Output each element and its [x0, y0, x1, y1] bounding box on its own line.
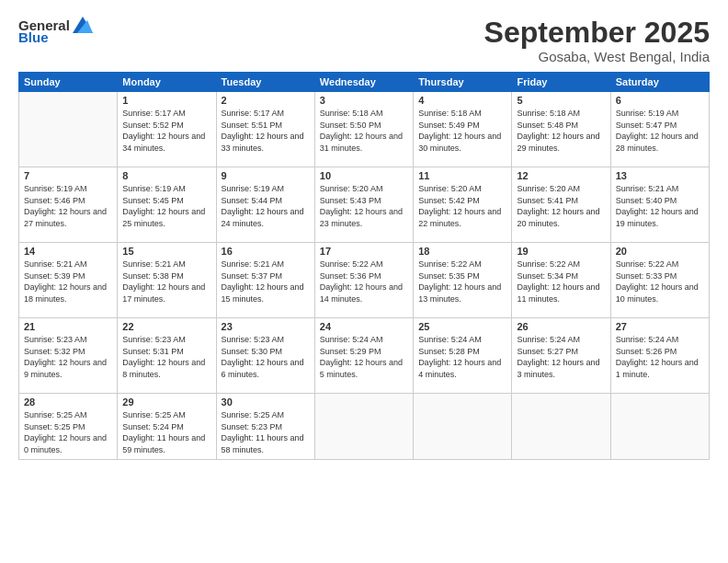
table-row: 19Sunrise: 5:22 AM Sunset: 5:34 PM Dayli…	[512, 243, 610, 318]
day-number: 5	[517, 95, 605, 106]
table-row: 7Sunrise: 5:19 AM Sunset: 5:46 PM Daylig…	[19, 167, 118, 243]
table-row: 24Sunrise: 5:24 AM Sunset: 5:29 PM Dayli…	[314, 318, 413, 394]
cell-info: Sunrise: 5:25 AM Sunset: 5:24 PM Dayligh…	[122, 409, 210, 455]
cell-info: Sunrise: 5:19 AM Sunset: 5:47 PM Dayligh…	[616, 108, 704, 154]
cell-info: Sunrise: 5:17 AM Sunset: 5:51 PM Dayligh…	[222, 108, 310, 154]
calendar-header-row: Sunday Monday Tuesday Wednesday Thursday…	[19, 73, 710, 92]
day-number: 11	[418, 170, 506, 181]
table-row: 30Sunrise: 5:25 AM Sunset: 5:23 PM Dayli…	[216, 394, 314, 459]
cell-info: Sunrise: 5:23 AM Sunset: 5:31 PM Dayligh…	[122, 334, 210, 380]
col-tuesday: Tuesday	[216, 73, 314, 92]
cell-info: Sunrise: 5:19 AM Sunset: 5:45 PM Dayligh…	[122, 183, 210, 229]
day-number: 9	[222, 170, 310, 181]
table-row: 20Sunrise: 5:22 AM Sunset: 5:33 PM Dayli…	[610, 243, 709, 318]
table-row: 4Sunrise: 5:18 AM Sunset: 5:49 PM Daylig…	[414, 92, 512, 167]
day-number: 22	[122, 321, 210, 332]
table-row: 21Sunrise: 5:23 AM Sunset: 5:32 PM Dayli…	[19, 318, 118, 394]
day-number: 19	[517, 246, 605, 257]
month-title: September 2025	[484, 17, 710, 49]
col-sunday: Sunday	[19, 73, 118, 92]
table-row: 9Sunrise: 5:19 AM Sunset: 5:44 PM Daylig…	[216, 167, 314, 243]
day-number: 27	[616, 321, 704, 332]
day-number: 6	[616, 95, 704, 106]
cell-info: Sunrise: 5:23 AM Sunset: 5:30 PM Dayligh…	[222, 334, 310, 380]
table-row: 8Sunrise: 5:19 AM Sunset: 5:45 PM Daylig…	[118, 167, 216, 243]
table-row: 6Sunrise: 5:19 AM Sunset: 5:47 PM Daylig…	[610, 92, 709, 167]
cell-info: Sunrise: 5:22 AM Sunset: 5:35 PM Dayligh…	[418, 259, 506, 304]
day-number: 1	[122, 95, 210, 106]
page-header: General Blue September 2025 Gosaba, West…	[18, 17, 710, 64]
table-row: 25Sunrise: 5:24 AM Sunset: 5:28 PM Dayli…	[414, 318, 512, 394]
day-number: 21	[24, 321, 112, 332]
cell-info: Sunrise: 5:21 AM Sunset: 5:37 PM Dayligh…	[222, 259, 310, 304]
cell-info: Sunrise: 5:22 AM Sunset: 5:34 PM Dayligh…	[517, 259, 605, 304]
table-row: 13Sunrise: 5:21 AM Sunset: 5:40 PM Dayli…	[610, 167, 709, 243]
cell-info: Sunrise: 5:24 AM Sunset: 5:27 PM Dayligh…	[517, 334, 605, 380]
table-row: 26Sunrise: 5:24 AM Sunset: 5:27 PM Dayli…	[512, 318, 610, 394]
table-row: 11Sunrise: 5:20 AM Sunset: 5:42 PM Dayli…	[414, 167, 512, 243]
day-number: 10	[320, 170, 408, 181]
cell-info: Sunrise: 5:20 AM Sunset: 5:41 PM Dayligh…	[517, 183, 605, 229]
day-number: 23	[222, 321, 310, 332]
table-row: 5Sunrise: 5:18 AM Sunset: 5:48 PM Daylig…	[512, 92, 610, 167]
table-row: 28Sunrise: 5:25 AM Sunset: 5:25 PM Dayli…	[19, 394, 118, 459]
table-row: 29Sunrise: 5:25 AM Sunset: 5:24 PM Dayli…	[118, 394, 216, 459]
day-number: 24	[320, 321, 408, 332]
table-row: 22Sunrise: 5:23 AM Sunset: 5:31 PM Dayli…	[118, 318, 216, 394]
table-row: 16Sunrise: 5:21 AM Sunset: 5:37 PM Dayli…	[216, 243, 314, 318]
cell-info: Sunrise: 5:25 AM Sunset: 5:25 PM Dayligh…	[24, 409, 112, 455]
day-number: 26	[517, 321, 605, 332]
cell-info: Sunrise: 5:18 AM Sunset: 5:48 PM Dayligh…	[517, 108, 605, 154]
table-row: 15Sunrise: 5:21 AM Sunset: 5:38 PM Dayli…	[118, 243, 216, 318]
day-number: 17	[320, 246, 408, 257]
cell-info: Sunrise: 5:21 AM Sunset: 5:40 PM Dayligh…	[616, 183, 704, 229]
location-title: Gosaba, West Bengal, India	[484, 49, 710, 64]
cell-info: Sunrise: 5:22 AM Sunset: 5:33 PM Dayligh…	[616, 259, 704, 304]
cell-info: Sunrise: 5:21 AM Sunset: 5:39 PM Dayligh…	[24, 259, 112, 304]
cell-info: Sunrise: 5:20 AM Sunset: 5:43 PM Dayligh…	[320, 183, 408, 229]
cell-info: Sunrise: 5:17 AM Sunset: 5:52 PM Dayligh…	[122, 108, 210, 154]
day-number: 30	[222, 396, 310, 408]
cell-info: Sunrise: 5:24 AM Sunset: 5:29 PM Dayligh…	[320, 334, 408, 380]
table-row: 2Sunrise: 5:17 AM Sunset: 5:51 PM Daylig…	[216, 92, 314, 167]
cell-info: Sunrise: 5:19 AM Sunset: 5:46 PM Dayligh…	[24, 183, 112, 229]
cell-info: Sunrise: 5:18 AM Sunset: 5:49 PM Dayligh…	[418, 108, 506, 154]
cell-info: Sunrise: 5:20 AM Sunset: 5:42 PM Dayligh…	[418, 183, 506, 229]
table-row	[414, 394, 512, 459]
col-friday: Friday	[512, 73, 610, 92]
col-monday: Monday	[118, 73, 216, 92]
day-number: 14	[24, 246, 112, 257]
day-number: 25	[418, 321, 506, 332]
day-number: 16	[222, 246, 310, 257]
day-number: 29	[122, 396, 210, 408]
day-number: 15	[122, 246, 210, 257]
cell-info: Sunrise: 5:21 AM Sunset: 5:38 PM Dayligh…	[122, 259, 210, 304]
title-block: September 2025 Gosaba, West Bengal, Indi…	[484, 17, 710, 64]
day-number: 20	[616, 246, 704, 257]
table-row: 23Sunrise: 5:23 AM Sunset: 5:30 PM Dayli…	[216, 318, 314, 394]
logo: General Blue	[18, 17, 93, 45]
cell-info: Sunrise: 5:24 AM Sunset: 5:28 PM Dayligh…	[418, 334, 506, 380]
table-row: 14Sunrise: 5:21 AM Sunset: 5:39 PM Dayli…	[19, 243, 118, 318]
table-row: 3Sunrise: 5:18 AM Sunset: 5:50 PM Daylig…	[314, 92, 413, 167]
day-number: 12	[517, 170, 605, 181]
table-row: 27Sunrise: 5:24 AM Sunset: 5:26 PM Dayli…	[610, 318, 709, 394]
day-number: 13	[616, 170, 704, 181]
table-row: 10Sunrise: 5:20 AM Sunset: 5:43 PM Dayli…	[314, 167, 413, 243]
cell-info: Sunrise: 5:24 AM Sunset: 5:26 PM Dayligh…	[616, 334, 704, 380]
day-number: 4	[418, 95, 506, 106]
logo-icon	[73, 17, 93, 33]
logo-blue: Blue	[18, 29, 49, 45]
cell-info: Sunrise: 5:22 AM Sunset: 5:36 PM Dayligh…	[320, 259, 408, 304]
col-thursday: Thursday	[414, 73, 512, 92]
table-row	[19, 92, 118, 167]
table-row: 18Sunrise: 5:22 AM Sunset: 5:35 PM Dayli…	[414, 243, 512, 318]
calendar: Sunday Monday Tuesday Wednesday Thursday…	[18, 72, 710, 459]
day-number: 7	[24, 170, 112, 181]
day-number: 28	[24, 396, 112, 408]
day-number: 2	[222, 95, 310, 106]
day-number: 18	[418, 246, 506, 257]
cell-info: Sunrise: 5:25 AM Sunset: 5:23 PM Dayligh…	[222, 409, 310, 455]
table-row	[610, 394, 709, 459]
table-row	[314, 394, 413, 459]
